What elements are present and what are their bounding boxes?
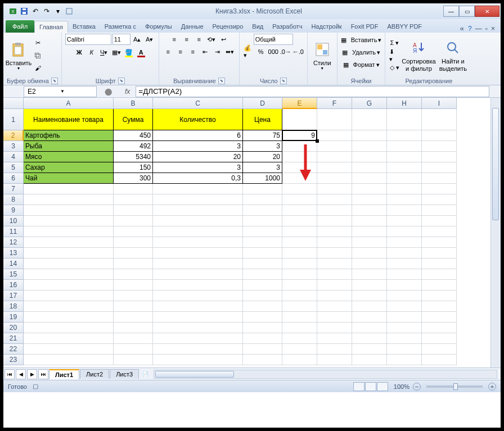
cell-I5[interactable] bbox=[422, 162, 457, 173]
ribbon-tab-7[interactable]: Разработч bbox=[268, 21, 307, 33]
cell-A8[interactable] bbox=[24, 194, 114, 205]
clear-icon[interactable]: ◇ ▾ bbox=[389, 62, 400, 74]
cell-H13[interactable] bbox=[387, 248, 422, 258]
cell-I23[interactable] bbox=[422, 355, 457, 365]
cell-A13[interactable] bbox=[24, 248, 114, 258]
cell-A3[interactable]: Рыба bbox=[24, 141, 114, 152]
zoom-in-icon[interactable]: + bbox=[488, 383, 496, 391]
cell-E7[interactable] bbox=[282, 184, 317, 194]
fill-icon[interactable]: ⬇ ▾ bbox=[389, 50, 400, 61]
align-top-icon[interactable]: ≡ bbox=[169, 34, 180, 45]
col-header-C[interactable]: C bbox=[153, 98, 243, 109]
cell-I12[interactable] bbox=[422, 237, 457, 248]
cell-D9[interactable] bbox=[243, 205, 282, 216]
cell-G1[interactable] bbox=[352, 109, 387, 130]
styles-button[interactable]: Стили ▼ bbox=[311, 37, 334, 75]
cell-C7[interactable] bbox=[153, 184, 243, 194]
cell-A2[interactable]: Картофель bbox=[24, 130, 114, 141]
file-tab[interactable]: Файл bbox=[6, 20, 34, 33]
cell-H23[interactable] bbox=[387, 355, 422, 365]
mdi-minimize-icon[interactable]: — bbox=[475, 25, 482, 33]
cell-C17[interactable] bbox=[153, 291, 243, 301]
comma-icon[interactable]: 000 bbox=[268, 46, 279, 57]
row-header-20[interactable]: 20 bbox=[3, 323, 24, 333]
cell-C21[interactable] bbox=[153, 333, 243, 344]
number-format-combo[interactable] bbox=[254, 34, 293, 45]
cell-G5[interactable] bbox=[352, 162, 387, 173]
cell-D11[interactable] bbox=[243, 226, 282, 237]
cell-G11[interactable] bbox=[352, 226, 387, 237]
cell-F17[interactable] bbox=[317, 291, 352, 301]
ribbon-tab-0[interactable]: Главная bbox=[34, 21, 68, 33]
qat-extra-icon[interactable] bbox=[64, 6, 74, 16]
cell-B22[interactable] bbox=[114, 344, 153, 355]
cell-D7[interactable] bbox=[243, 184, 282, 194]
decrease-font-icon[interactable]: A▾ bbox=[144, 34, 155, 45]
cell-B2[interactable]: 450 bbox=[114, 130, 153, 141]
currency-icon[interactable]: 💰▾ bbox=[243, 46, 254, 57]
cell-D10[interactable] bbox=[243, 216, 282, 226]
row-header-11[interactable]: 11 bbox=[3, 226, 24, 237]
cell-A20[interactable] bbox=[24, 323, 114, 333]
sheet-tab-active[interactable]: Лист1 bbox=[49, 369, 79, 379]
ribbon-tab-4[interactable]: Данные bbox=[177, 21, 208, 33]
cell-B10[interactable] bbox=[114, 216, 153, 226]
font-size-combo[interactable] bbox=[112, 34, 130, 45]
cell-A14[interactable] bbox=[24, 258, 114, 269]
cell-F21[interactable] bbox=[317, 333, 352, 344]
clipboard-launcher-icon[interactable]: ⬊ bbox=[51, 78, 58, 84]
row-header-18[interactable]: 18 bbox=[3, 301, 24, 312]
row-header-1[interactable]: 1 bbox=[3, 109, 24, 130]
vertical-scrollbar[interactable] bbox=[490, 98, 501, 368]
cell-H19[interactable] bbox=[387, 312, 422, 323]
collapse-ribbon-icon[interactable]: ∝ bbox=[460, 25, 465, 33]
cell-I10[interactable] bbox=[422, 216, 457, 226]
row-header-7[interactable]: 7 bbox=[3, 184, 24, 194]
cell-C6[interactable]: 0,3 bbox=[153, 173, 243, 184]
cell-C20[interactable] bbox=[153, 323, 243, 333]
cell-A4[interactable]: Мясо bbox=[24, 152, 114, 162]
cell-G7[interactable] bbox=[352, 184, 387, 194]
cell-A10[interactable] bbox=[24, 216, 114, 226]
cell-E18[interactable] bbox=[282, 301, 317, 312]
cell-B20[interactable] bbox=[114, 323, 153, 333]
cell-B23[interactable] bbox=[114, 355, 153, 365]
cell-H17[interactable] bbox=[387, 291, 422, 301]
cell-H5[interactable] bbox=[387, 162, 422, 173]
cell-H18[interactable] bbox=[387, 301, 422, 312]
paste-button[interactable]: Вставить ▼ bbox=[7, 37, 30, 75]
formula-input[interactable] bbox=[136, 86, 489, 97]
page-layout-view-icon[interactable] bbox=[365, 382, 376, 391]
cell-F22[interactable] bbox=[317, 344, 352, 355]
cell-D19[interactable] bbox=[243, 312, 282, 323]
cell-D23[interactable] bbox=[243, 355, 282, 365]
cell-C11[interactable] bbox=[153, 226, 243, 237]
dec-decimal-icon[interactable]: ←.0 bbox=[292, 46, 304, 57]
cell-C5[interactable]: 3 bbox=[153, 162, 243, 173]
cell-G9[interactable] bbox=[352, 205, 387, 216]
cell-E2[interactable]: 9 bbox=[282, 130, 317, 141]
cell-E3[interactable] bbox=[282, 141, 317, 152]
spreadsheet-grid[interactable]: ABCDEFGHI 123456789101112131415161718192… bbox=[3, 98, 501, 368]
delete-button[interactable]: ▦Удалить ▾ bbox=[342, 46, 380, 58]
cell-H22[interactable] bbox=[387, 344, 422, 355]
cell-G19[interactable] bbox=[352, 312, 387, 323]
cell-H14[interactable] bbox=[387, 258, 422, 269]
sheet-nav-first-icon[interactable]: ⏮ bbox=[4, 369, 15, 379]
zoom-slider[interactable] bbox=[426, 385, 483, 388]
cell-E10[interactable] bbox=[282, 216, 317, 226]
cell-B1[interactable]: Сумма bbox=[114, 109, 153, 130]
cell-E21[interactable] bbox=[282, 333, 317, 344]
cell-D8[interactable] bbox=[243, 194, 282, 205]
cell-I13[interactable] bbox=[422, 248, 457, 258]
cell-G14[interactable] bbox=[352, 258, 387, 269]
cell-A9[interactable] bbox=[24, 205, 114, 216]
col-header-G[interactable]: G bbox=[352, 98, 387, 109]
cell-G17[interactable] bbox=[352, 291, 387, 301]
col-header-E[interactable]: E bbox=[282, 98, 317, 109]
ribbon-tab-2[interactable]: Разметка с bbox=[100, 21, 141, 33]
cell-C15[interactable] bbox=[153, 269, 243, 280]
format-painter-icon[interactable]: 🖌 bbox=[32, 62, 43, 74]
cell-I8[interactable] bbox=[422, 194, 457, 205]
align-center-icon[interactable]: ≡ bbox=[175, 46, 186, 57]
